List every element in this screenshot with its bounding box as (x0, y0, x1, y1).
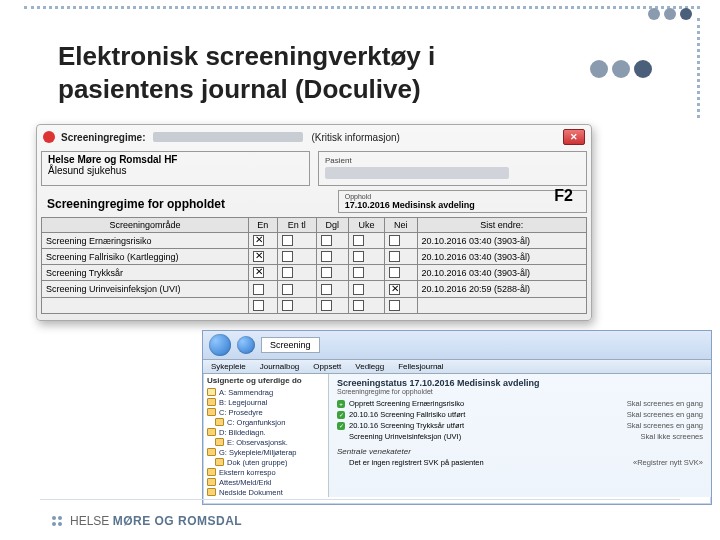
org-cell: Helse Møre og Romsdal HF Ålesund sjukehu… (41, 151, 310, 186)
tab-fellesjournal[interactable]: Fellesjournal (398, 362, 443, 371)
checkbox[interactable] (253, 267, 264, 278)
tree-item[interactable]: G: Sykepleie/Miljøterap (207, 447, 324, 457)
checkbox[interactable] (253, 284, 264, 295)
table-row: Screening Trykksår20.10.2016 03:40 (3903… (42, 265, 587, 281)
org-name: Helse Møre og Romsdal HF (48, 154, 177, 165)
panel-row[interactable]: Screening Urinveisinfeksjon (UVI)Skal ik… (337, 432, 703, 441)
table-row: Screening Ernæringsrisiko20.10.2016 03:4… (42, 233, 587, 249)
folder-icon (215, 418, 224, 426)
table-row: Screening Fallrisiko (Kartlegging)20.10.… (42, 249, 587, 265)
row-name: Screening Urinveisinfeksjon (UVI) (42, 281, 249, 297)
col-en: En (248, 218, 277, 233)
folder-icon (207, 448, 216, 456)
breadcrumb[interactable]: Screening (261, 337, 320, 353)
tree-item[interactable]: B: Legejournal (207, 397, 324, 407)
checkbox[interactable] (389, 251, 400, 262)
slide-title: Elektronisk screeningverktøy i pasienten… (58, 40, 435, 105)
checkbox[interactable] (353, 235, 364, 246)
folder-icon (207, 408, 216, 416)
row-ts: 20.10.2016 03:40 (3903-ål) (417, 249, 586, 265)
checkbox[interactable] (321, 267, 332, 278)
checkbox[interactable] (321, 235, 332, 246)
checkbox[interactable] (321, 251, 332, 262)
checkbox[interactable] (389, 235, 400, 246)
footer-separator (40, 499, 680, 500)
table-row: Screening Urinveisinfeksjon (UVI)20.10.2… (42, 281, 587, 297)
folder-icon (215, 438, 224, 446)
checkbox[interactable] (321, 300, 332, 311)
col-nei: Nei (385, 218, 417, 233)
tree-item[interactable]: Dok (uten gruppe) (207, 457, 324, 467)
folder-tree: Usignerte og uferdige do A: Sammendrag B… (203, 374, 329, 497)
modal-header: Screeningregime for oppholdet (47, 197, 324, 211)
tree-item[interactable]: A: Sammendrag (207, 387, 324, 397)
col-area: Screeningområde (42, 218, 249, 233)
tree-item[interactable]: Nedside Dokument (207, 487, 324, 497)
folder-icon (207, 468, 216, 476)
folder-icon (207, 428, 216, 436)
decor-circles-top (648, 8, 692, 20)
patient-cell: Pasient (318, 151, 587, 186)
opphold-cell: Opphold 17.10.2016 Medisinsk avdeling (338, 190, 587, 213)
brand-logo: HELSE MØRE OG ROMSDAL (52, 514, 242, 528)
panel-row[interactable]: +Opprett Screening ErnæringsrisikoSkal s… (337, 399, 703, 408)
tree-item[interactable]: D: Bildediagn. (207, 427, 324, 437)
checkbox[interactable] (389, 300, 400, 311)
back-button[interactable] (209, 334, 231, 356)
plus-icon: + (337, 400, 345, 408)
f2-badge: F2 (554, 187, 573, 205)
screening-modal: Screeningregime: (Kritisk informasjon) ✕… (36, 124, 592, 321)
tree-item[interactable]: Ekstern korrespo (207, 467, 324, 477)
panel-row[interactable]: Det er ingen registrert SVK på pasienten… (337, 458, 703, 467)
checkbox[interactable] (389, 267, 400, 278)
title-line-1: Elektronisk screeningverktøy i (58, 41, 435, 71)
tab-oppsett[interactable]: Oppsett (313, 362, 341, 371)
tab-journalbog[interactable]: Journalbog (260, 362, 300, 371)
checkbox[interactable] (253, 251, 264, 262)
tab-sykepleie[interactable]: Sykepleie (211, 362, 246, 371)
checkbox[interactable] (253, 235, 264, 246)
decor-circles-mid (590, 60, 652, 78)
patient-label: Pasient (325, 156, 352, 165)
checkbox[interactable] (282, 235, 293, 246)
tree-item[interactable]: Attest/Meld/Erkl (207, 477, 324, 487)
col-uke: Uke (349, 218, 385, 233)
folder-icon (207, 488, 216, 496)
doculive-browser: Screening Sykepleie Journalbog Oppsett V… (202, 330, 712, 505)
row-name (42, 297, 249, 313)
close-button[interactable]: ✕ (563, 129, 585, 145)
tab-vedlegg[interactable]: Vedlegg (355, 362, 384, 371)
checkbox[interactable] (353, 251, 364, 262)
folder-icon (207, 388, 216, 396)
checkbox[interactable] (282, 251, 293, 262)
forward-button[interactable] (237, 336, 255, 354)
row-ts: 20.10.2016 03:40 (3903-ål) (417, 265, 586, 281)
decor-top-dots (24, 6, 700, 9)
panel-row[interactable]: ✓20.10.16 Screening Trykksår utførtSkal … (337, 421, 703, 430)
row-name: Screening Ernæringsrisiko (42, 233, 249, 249)
checkbox[interactable] (282, 267, 293, 278)
screening-panel: Screeningstatus 17.10.2016 Medisinsk avd… (329, 374, 711, 497)
checkbox[interactable] (321, 284, 332, 295)
checkbox[interactable] (353, 267, 364, 278)
folder-icon (207, 478, 216, 486)
modal-info-grid: Helse Møre og Romsdal HF Ålesund sjukehu… (37, 149, 591, 188)
panel-row[interactable]: ✓20.10.16 Screening Fallrisiko utførtSka… (337, 410, 703, 419)
tree-item[interactable]: C: Organfunksjon (207, 417, 324, 427)
browser-tabs: Sykepleie Journalbog Oppsett Vedlegg Fel… (203, 360, 711, 374)
panel-header: Screeningstatus 17.10.2016 Medisinsk avd… (337, 378, 703, 388)
checkbox[interactable] (253, 300, 264, 311)
folder-icon (207, 398, 216, 406)
checkbox[interactable] (353, 300, 364, 311)
tree-item[interactable]: E: Observasjonsk. (207, 437, 324, 447)
checkbox[interactable] (389, 284, 400, 295)
browser-toolbar: Screening (203, 331, 711, 360)
title-line-2: pasientens journal (Doculive) (58, 74, 421, 104)
tree-item[interactable]: C: Prosedyre (207, 407, 324, 417)
warning-icon (43, 131, 55, 143)
table-header-row: Screeningområde En En tl Dgl Uke Nei Sis… (42, 218, 587, 233)
checkbox[interactable] (282, 300, 293, 311)
row-name: Screening Fallrisiko (Kartlegging) (42, 249, 249, 265)
checkbox[interactable] (282, 284, 293, 295)
checkbox[interactable] (353, 284, 364, 295)
